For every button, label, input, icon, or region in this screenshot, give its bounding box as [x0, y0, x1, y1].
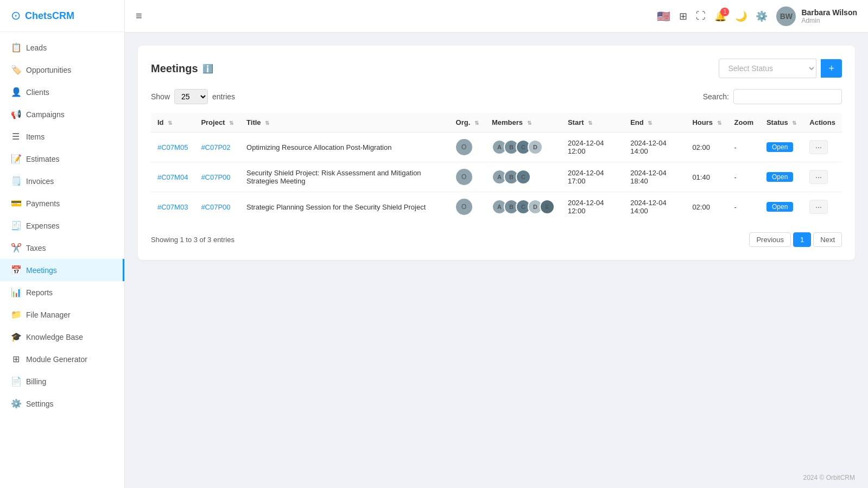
meeting-id-link[interactable]: #C07M03	[157, 203, 188, 211]
module-generator-label: Module Generator	[26, 355, 87, 364]
sidebar-item-payments[interactable]: 💳Payments	[0, 192, 124, 214]
meeting-id-link[interactable]: #C07M05	[157, 143, 188, 151]
cell-members: ABC	[485, 162, 561, 192]
col-id[interactable]: Id ⇅	[151, 113, 194, 132]
project-link[interactable]: #C07P00	[201, 203, 230, 211]
settings-icon[interactable]: ⚙️	[756, 10, 768, 22]
estimates-label: Estimates	[26, 155, 59, 163]
cell-members: ABCD	[485, 132, 561, 162]
page-card: Meetings ℹ️ Select Status Open Closed +	[138, 46, 855, 260]
user-name: Barbara Wilson	[801, 8, 857, 17]
cell-members: ABCDE	[485, 192, 561, 222]
sidebar-item-opportunities[interactable]: 🏷️Opportunities	[0, 59, 124, 81]
action-menu-button[interactable]: ···	[809, 170, 828, 184]
logo-text: ChetsCRM	[25, 10, 74, 22]
col-project[interactable]: Project ⇅	[194, 113, 240, 132]
cell-project: #C07P00	[194, 192, 240, 222]
cell-hours: 02:00	[686, 132, 727, 162]
leads-label: Leads	[26, 43, 47, 52]
cell-status: Open	[760, 192, 803, 222]
user-info[interactable]: BW Barbara Wilson Admin	[776, 7, 857, 26]
hamburger-menu[interactable]: ≡	[136, 10, 142, 22]
status-select[interactable]: Select Status Open Closed	[719, 59, 816, 78]
expenses-label: Expenses	[26, 221, 59, 230]
header-right: 🇺🇸 ⊞ ⛶ 🔔 1 🌙 ⚙️ BW Barbara Wilson Admin	[657, 7, 857, 26]
col-title[interactable]: Title ⇅	[240, 113, 449, 132]
page-1-button[interactable]: 1	[793, 232, 811, 247]
sidebar-item-meetings[interactable]: 📅Meetings	[0, 259, 124, 281]
sidebar-item-module-generator[interactable]: ⊞Module Generator	[0, 348, 124, 370]
page-title: Meetings	[151, 62, 198, 75]
sidebar-item-invoices[interactable]: 🗒️Invoices	[0, 170, 124, 192]
col-hours[interactable]: Hours ⇅	[686, 113, 727, 132]
cell-org: O	[449, 192, 485, 222]
taxes-label: Taxes	[26, 244, 46, 252]
sidebar-item-estimates[interactable]: 📝Estimates	[0, 148, 124, 170]
page-header-actions: Select Status Open Closed +	[719, 59, 842, 78]
sidebar-item-clients[interactable]: 👤Clients	[0, 81, 124, 103]
cell-start: 2024-12-04 12:00	[561, 192, 624, 222]
entries-suffix: entries	[212, 92, 235, 101]
table-header-row: Id ⇅ Project ⇅ Title ⇅ Org. ⇅ Members ⇅ …	[151, 113, 842, 132]
project-link[interactable]: #C07P02	[201, 143, 230, 151]
main-area: ≡ 🇺🇸 ⊞ ⛶ 🔔 1 🌙 ⚙️ BW Barbara Wilson Admi…	[125, 0, 868, 488]
member-avatar: D	[528, 140, 543, 155]
cell-end: 2024-12-04 14:00	[624, 192, 686, 222]
settings-icon: ⚙️	[11, 398, 21, 409]
add-meeting-button[interactable]: +	[821, 59, 842, 78]
sidebar-item-file-manager[interactable]: 📁File Manager	[0, 303, 124, 326]
invoices-label: Invoices	[26, 177, 54, 186]
sidebar: ⊙ ChetsCRM 📋Leads🏷️Opportunities👤Clients…	[0, 0, 125, 488]
status-badge: Open	[766, 172, 793, 182]
meetings-table: Id ⇅ Project ⇅ Title ⇅ Org. ⇅ Members ⇅ …	[151, 113, 842, 221]
search-label: Search:	[703, 92, 729, 101]
col-status[interactable]: Status ⇅	[760, 113, 803, 132]
flag-icon[interactable]: 🇺🇸	[657, 10, 670, 23]
action-menu-button[interactable]: ···	[809, 140, 828, 154]
cell-end: 2024-12-04 18:40	[624, 162, 686, 192]
sidebar-item-settings[interactable]: ⚙️Settings	[0, 392, 124, 415]
next-button[interactable]: Next	[813, 232, 842, 247]
sidebar-item-knowledge-base[interactable]: 🎓Knowledge Base	[0, 326, 124, 348]
sidebar-item-reports[interactable]: 📊Reports	[0, 281, 124, 303]
items-label: Items	[26, 132, 45, 141]
fullscreen-icon[interactable]: ⛶	[696, 10, 706, 22]
info-icon[interactable]: ℹ️	[202, 64, 213, 74]
cell-title: Strategic Planning Session for the Secur…	[240, 192, 449, 222]
col-start[interactable]: Start ⇅	[561, 113, 624, 132]
cell-hours: 01:40	[686, 162, 727, 192]
notification-icon[interactable]: 🔔 1	[714, 10, 726, 22]
darkmode-icon[interactable]: 🌙	[735, 10, 747, 22]
table-footer: Showing 1 to 3 of 3 entries Previous 1 N…	[151, 232, 842, 247]
meeting-id-link[interactable]: #C07M04	[157, 173, 188, 181]
col-actions: Actions	[803, 113, 842, 132]
expenses-icon: 🧾	[11, 220, 21, 231]
col-org[interactable]: Org. ⇅	[449, 113, 485, 132]
sidebar-nav: 📋Leads🏷️Opportunities👤Clients📢Campaigns☰…	[0, 32, 124, 488]
payments-label: Payments	[26, 199, 60, 208]
project-link[interactable]: #C07P00	[201, 173, 230, 181]
org-avatar: O	[456, 139, 472, 155]
sidebar-item-taxes[interactable]: ✂️Taxes	[0, 237, 124, 259]
action-menu-button[interactable]: ···	[809, 200, 828, 214]
sidebar-item-expenses[interactable]: 🧾Expenses	[0, 214, 124, 237]
grid-icon[interactable]: ⊞	[679, 10, 687, 22]
meetings-label: Meetings	[26, 266, 57, 275]
cell-id: #C07M05	[151, 132, 194, 162]
col-end[interactable]: End ⇅	[624, 113, 686, 132]
sidebar-item-billing[interactable]: 📄Billing	[0, 370, 124, 392]
col-members[interactable]: Members ⇅	[485, 113, 561, 132]
footer: 2024 © OrbitCRM	[125, 467, 868, 488]
sidebar-item-items[interactable]: ☰Items	[0, 125, 124, 148]
previous-button[interactable]: Previous	[749, 232, 791, 247]
sidebar-item-campaigns[interactable]: 📢Campaigns	[0, 103, 124, 125]
sidebar-item-leads[interactable]: 📋Leads	[0, 36, 124, 59]
cell-project: #C07P02	[194, 132, 240, 162]
cell-actions: ···	[803, 132, 842, 162]
billing-icon: 📄	[11, 376, 21, 386]
search-input[interactable]	[733, 89, 842, 104]
cell-end: 2024-12-04 14:00	[624, 132, 686, 162]
cell-project: #C07P00	[194, 162, 240, 192]
entries-select[interactable]: 25 10 50 100	[174, 89, 208, 104]
table-row: #C07M04 #C07P00 Security Shield Project:…	[151, 162, 842, 192]
